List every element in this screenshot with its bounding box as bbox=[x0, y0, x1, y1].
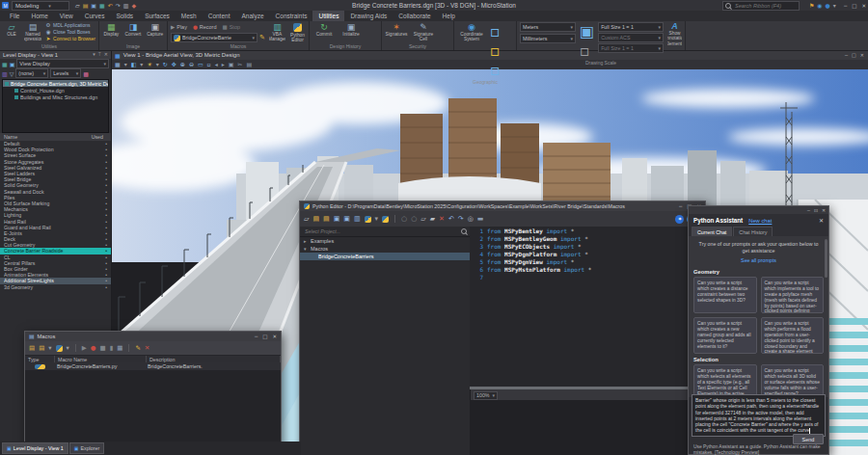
saved-views-icon[interactable]: ▤ bbox=[246, 62, 252, 67]
prompt-card[interactable]: Can you write a script which creates a d… bbox=[693, 277, 757, 313]
python-icon[interactable] bbox=[382, 216, 389, 223]
maximize-button[interactable]: □ bbox=[852, 3, 856, 9]
minimize-button[interactable]: ─ bbox=[679, 203, 682, 209]
output-console[interactable] bbox=[470, 400, 705, 455]
next-view-icon[interactable]: ▸ bbox=[222, 62, 225, 67]
initialize-button[interactable]: ▣ Initialize bbox=[339, 22, 363, 37]
compress-icon[interactable]: ▦ bbox=[99, 3, 105, 9]
commit-button[interactable]: ↻ Commit bbox=[312, 22, 336, 37]
acs-lock-icon[interactable]: ▫ bbox=[580, 41, 594, 60]
prompt-card[interactable]: Can you write a script which performs a … bbox=[761, 317, 825, 354]
vba-manager-button[interactable]: ▥ VBA Manager bbox=[269, 22, 285, 41]
3d Geometry[interactable]: 3d Geometry bbox=[0, 284, 111, 290]
current-macro-select[interactable]: BridgeConcreteBarrie ▾ bbox=[171, 33, 258, 42]
color-swatch-icon[interactable]: ▩ bbox=[83, 70, 89, 77]
see-all-prompts-link[interactable]: See all prompts bbox=[689, 257, 828, 263]
ribbon-tab[interactable]: Analyze bbox=[235, 11, 269, 21]
save-script-icon[interactable]: ▣ bbox=[334, 216, 340, 223]
chevron-down-icon[interactable]: ▾ bbox=[93, 51, 95, 58]
stop-macro-icon[interactable]: ■ bbox=[100, 345, 106, 352]
drawing-scale-select[interactable]: Full Size 1 = 1▾ bbox=[598, 22, 664, 32]
new-file-icon[interactable]: ▱ bbox=[75, 3, 80, 9]
new-script-icon[interactable]: ▱ bbox=[304, 216, 309, 223]
brightness-dropdown-arrow[interactable]: ▾ bbox=[156, 62, 159, 67]
nav-forward-icon[interactable]: ○ bbox=[411, 216, 417, 223]
geo-tool-icon[interactable]: ▫ bbox=[490, 61, 501, 79]
filter-icon[interactable]: ▽ bbox=[10, 70, 14, 77]
workflow-select[interactable]: Modeling ▾ bbox=[12, 1, 69, 11]
prompt-card[interactable]: Can you write a script which selects all… bbox=[693, 364, 757, 397]
Old Surface Marking[interactable]: Old Surface Marking bbox=[0, 201, 111, 206]
ribbon-tab[interactable]: Drawing Aids bbox=[344, 11, 393, 21]
dock-button[interactable]: ⊡ bbox=[814, 208, 818, 213]
ribbon-tab[interactable]: Home bbox=[25, 11, 53, 21]
display-style-dropdown-arrow[interactable]: ▾ bbox=[140, 62, 143, 67]
minimize-button[interactable]: ─ bbox=[807, 208, 810, 213]
Central Pillars[interactable]: Central Pillars bbox=[0, 260, 111, 266]
zoom-in-icon[interactable]: ⊕ bbox=[180, 62, 185, 67]
close-button[interactable]: ✕ bbox=[861, 3, 866, 9]
Wood Dock Protection[interactable]: Wood Dock Protection bbox=[0, 147, 111, 152]
undo-icon[interactable]: ↶ bbox=[108, 3, 113, 9]
print-icon[interactable]: ▥ bbox=[123, 3, 129, 9]
Solid Geometry[interactable]: Solid Geometry bbox=[0, 182, 111, 188]
python-editor-titlebar[interactable]: Python Editor - D:\ProgramData\Bentley\M… bbox=[300, 201, 705, 211]
named-expressions-button[interactable]: ▤ Named Expressions bbox=[24, 22, 41, 41]
ribbon-tab[interactable]: View bbox=[54, 11, 79, 21]
Seawall and Dock[interactable]: Seawall and Dock bbox=[0, 189, 111, 195]
new-macro-project-icon[interactable]: ▤ bbox=[39, 345, 44, 352]
Stone Aggregates[interactable]: Stone Aggregates bbox=[0, 159, 111, 165]
stop-macro-button[interactable]: ■Stop bbox=[222, 24, 240, 30]
redo-icon[interactable]: ↷ bbox=[458, 216, 464, 223]
connect-to-browser-button[interactable]: ➤ Connect to Browser bbox=[45, 36, 95, 41]
editor-zoom-control[interactable]: 100%▾ bbox=[474, 391, 498, 399]
ribbon-tab[interactable]: Collaborate bbox=[393, 11, 436, 21]
new-python-macro-icon[interactable] bbox=[56, 345, 63, 352]
delete-icon[interactable]: ✕ bbox=[439, 216, 445, 223]
find-icon[interactable]: ◎ bbox=[468, 216, 474, 223]
tools-icon[interactable]: ◆ bbox=[131, 3, 136, 9]
Steel Bridge[interactable]: Steel Bridge bbox=[0, 176, 111, 182]
ribbon-tab[interactable]: File bbox=[4, 11, 25, 21]
Bridge Concrete Barriers.dgn, 3D Metric Design[interactable]: Bridge Concrete Barriers.dgn, 3D Metric … bbox=[3, 80, 108, 87]
step-macro-icon[interactable]: ▮ bbox=[110, 345, 114, 352]
minimize-button[interactable]: ─ bbox=[255, 334, 258, 339]
ribbon-tab[interactable]: Utilities bbox=[312, 11, 344, 21]
Concrete Barrier Roadside[interactable]: Concrete Barrier Roadside bbox=[0, 248, 111, 254]
Mechanics[interactable]: Mechanics bbox=[0, 206, 111, 212]
redo-icon[interactable]: ↷ bbox=[116, 3, 121, 9]
E-Joints[interactable]: E-Joints bbox=[0, 230, 111, 236]
ribbon-tab[interactable]: Curves bbox=[79, 11, 111, 21]
fit-view-icon[interactable]: ▭ bbox=[198, 62, 203, 67]
ole-button[interactable]: ▱ OLE bbox=[3, 22, 20, 37]
python-macro-dropdown-arrow[interactable]: ▾ bbox=[67, 345, 69, 352]
Street Surface[interactable]: Street Surface bbox=[0, 152, 111, 158]
Steel Ladders[interactable]: Steel Ladders bbox=[0, 171, 111, 176]
play-macro-button[interactable]: ▶Play bbox=[171, 24, 187, 30]
account-icon[interactable]: ● bbox=[826, 3, 830, 9]
copy-view-icon[interactable]: ▣ bbox=[229, 62, 234, 67]
editor-splitter[interactable] bbox=[470, 387, 705, 389]
record-macro-button[interactable]: ●Record bbox=[193, 24, 217, 30]
tab-explorer[interactable]: ▣ Explorer bbox=[69, 442, 104, 454]
copy-icon[interactable]: ▱ bbox=[420, 216, 425, 223]
Steel Galvanized[interactable]: Steel Galvanized bbox=[0, 165, 111, 171]
scale-lock-icon[interactable]: ▣ bbox=[580, 22, 594, 40]
view-maximize-button[interactable]: □ bbox=[852, 52, 856, 58]
levels-mode-select[interactable]: Levels▾ bbox=[50, 68, 81, 78]
rotate-view-icon[interactable]: ↻ bbox=[163, 62, 168, 67]
geo-tool-icon[interactable]: ▫ bbox=[490, 22, 501, 40]
code-editor[interactable]: 1from MSPyBentley import *2from MSPyBent… bbox=[470, 227, 705, 387]
geo-tool-icon[interactable]: ▫ bbox=[490, 41, 501, 60]
view-display-select[interactable]: View Display ▾ bbox=[16, 59, 109, 68]
record-macro-icon[interactable]: ● bbox=[91, 345, 96, 352]
coordinate-system-button[interactable]: ◉ Coordinate System bbox=[457, 22, 486, 41]
Buildings and Misc Structures.dgn[interactable]: Buildings and Misc Structures.dgn bbox=[3, 94, 108, 100]
run-dropdown-arrow[interactable]: ▾ bbox=[375, 216, 379, 223]
Hand Rail[interactable]: Hand Rail bbox=[0, 218, 111, 224]
Deck[interactable]: Deck bbox=[0, 236, 111, 242]
open-script-icon[interactable]: ▤ bbox=[312, 216, 319, 223]
tab-chat-history[interactable]: Chat History bbox=[733, 227, 773, 236]
convert-button[interactable]: ◨ Convert bbox=[124, 22, 143, 37]
assistant-close-icon[interactable]: ✕ bbox=[819, 217, 824, 224]
